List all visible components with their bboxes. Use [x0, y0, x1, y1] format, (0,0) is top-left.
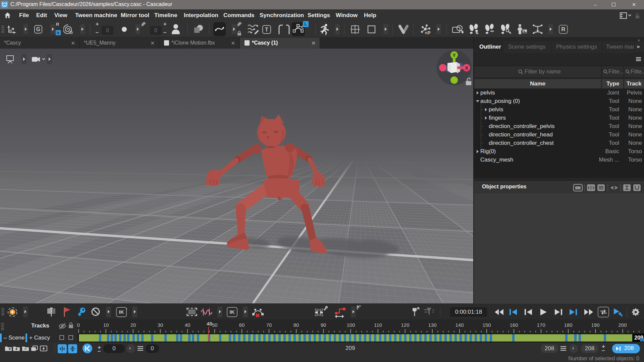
svg-text:Y: Y	[452, 52, 456, 58]
svg-text:G: G	[69, 30, 73, 35]
svg-text:+P: +P	[425, 30, 431, 35]
svg-text:A: A	[417, 307, 420, 310]
svg-text:X: X	[465, 65, 468, 71]
